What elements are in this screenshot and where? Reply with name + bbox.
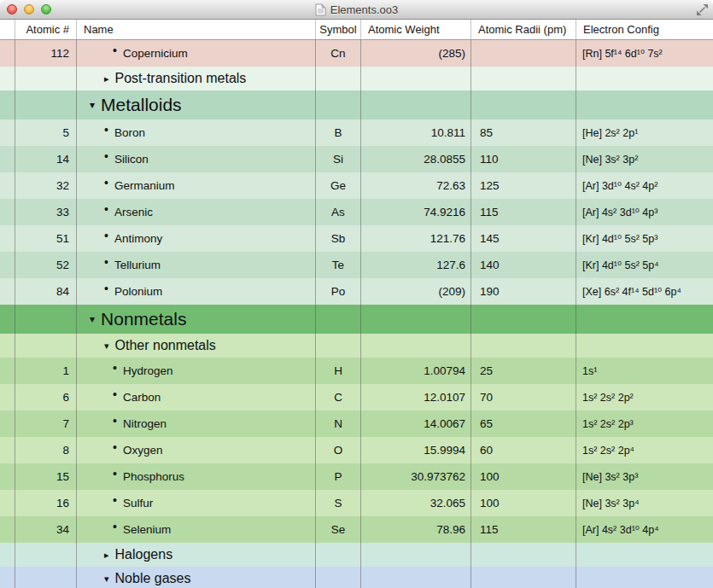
name-cell[interactable]: •Nitrogen [77, 410, 316, 437]
disclosure-triangle-icon[interactable]: ▾ [104, 573, 109, 585]
symbol-cell[interactable]: N [316, 410, 361, 437]
group-row-post-transition-metals[interactable]: ▸Post-transition metals [0, 67, 713, 90]
atomic-number-cell[interactable]: 6 [15, 384, 77, 410]
group-row-noble-gases[interactable]: ▾Noble gases [0, 567, 713, 588]
electron-config-cell[interactable]: [Ne] 3s² 3p² [576, 146, 713, 172]
close-button[interactable] [7, 4, 17, 15]
atomic-weight-cell[interactable]: (209) [361, 278, 471, 305]
atomic-weight-cell[interactable]: 121.76 [361, 225, 471, 252]
atomic-weight-cell[interactable]: 72.63 [361, 172, 471, 199]
element-row-carbon[interactable]: 6•CarbonC12.0107701s² 2s² 2p² [0, 384, 713, 410]
electron-config-cell[interactable]: [He] 2s² 2p¹ [576, 119, 713, 146]
atomic-weight-cell[interactable]: 32.065 [361, 490, 471, 516]
column-header-weight[interactable]: Atomic Weight [361, 20, 471, 39]
column-header-symbol[interactable]: Symbol [316, 20, 361, 39]
atomic-weight-cell[interactable] [361, 567, 471, 588]
atomic-weight-cell[interactable] [361, 334, 471, 358]
atomic-number-cell[interactable]: 7 [15, 410, 77, 437]
symbol-cell[interactable]: Se [316, 516, 361, 543]
item-bullet-icon[interactable]: • [113, 467, 117, 480]
symbol-cell[interactable] [316, 305, 361, 334]
atomic-number-cell[interactable]: 84 [15, 278, 77, 305]
atomic-number-cell[interactable] [15, 305, 77, 334]
zoom-button[interactable] [41, 4, 51, 15]
atomic-radii-cell[interactable]: 140 [471, 252, 576, 278]
atomic-radii-cell[interactable] [471, 40, 576, 67]
atomic-radii-cell[interactable] [471, 334, 576, 358]
electron-config-cell[interactable]: [Kr] 4d¹⁰ 5s² 5p³ [576, 225, 713, 252]
symbol-cell[interactable]: B [316, 119, 361, 146]
name-cell[interactable]: •Germanium [77, 172, 316, 199]
atomic-radii-cell[interactable]: 145 [471, 225, 576, 252]
column-header-config[interactable]: Electron Config [576, 20, 713, 39]
symbol-cell[interactable]: Po [316, 278, 361, 305]
atomic-radii-cell[interactable]: 115 [471, 199, 576, 225]
electron-config-cell[interactable]: [Ar] 4s² 3d¹⁰ 4p³ [576, 199, 713, 225]
item-bullet-icon[interactable]: • [113, 414, 117, 428]
item-bullet-icon[interactable]: • [104, 202, 108, 216]
name-cell[interactable]: ▾Noble gases [77, 567, 316, 588]
atomic-weight-cell[interactable]: 78.96 [361, 516, 471, 543]
minimize-button[interactable] [24, 4, 34, 15]
atomic-radii-cell[interactable]: 25 [471, 358, 576, 384]
atomic-weight-cell[interactable]: 127.6 [361, 252, 471, 278]
section-row-metalloids[interactable]: ▾Metalloids [0, 90, 713, 119]
symbol-cell[interactable]: H [316, 358, 361, 384]
electron-config-cell[interactable]: 1s² 2s² 2p² [576, 384, 713, 410]
atomic-number-cell[interactable] [15, 90, 77, 119]
name-cell[interactable]: •Carbon [77, 384, 316, 410]
item-bullet-icon[interactable]: • [113, 44, 117, 57]
atomic-weight-cell[interactable] [361, 543, 471, 567]
name-cell[interactable]: ▸Post-transition metals [77, 67, 316, 90]
atomic-number-cell[interactable]: 52 [15, 252, 77, 278]
atomic-number-cell[interactable]: 34 [15, 516, 77, 543]
name-cell[interactable]: •Antimony [77, 225, 316, 252]
name-cell[interactable]: •Arsenic [77, 199, 316, 225]
atomic-number-cell[interactable]: 8 [15, 437, 77, 463]
electron-config-cell[interactable] [576, 334, 713, 358]
column-header-atomic[interactable]: Atomic # [15, 20, 77, 39]
item-bullet-icon[interactable]: • [104, 229, 108, 242]
symbol-cell[interactable]: Si [316, 146, 361, 172]
element-row-arsenic[interactable]: 33•ArsenicAs74.9216115[Ar] 4s² 3d¹⁰ 4p³ [0, 199, 713, 225]
electron-config-cell[interactable]: 1s² 2s² 2p⁴ [576, 437, 713, 463]
atomic-weight-cell[interactable]: 30.973762 [361, 463, 471, 490]
element-row-boron[interactable]: 5•BoronB10.81185[He] 2s² 2p¹ [0, 119, 713, 146]
name-cell[interactable]: •Oxygen [77, 437, 316, 463]
atomic-weight-cell[interactable]: 74.9216 [361, 199, 471, 225]
name-cell[interactable]: ▾Metalloids [77, 90, 316, 119]
electron-config-cell[interactable]: [Ne] 3s² 3p⁴ [576, 490, 713, 516]
atomic-number-cell[interactable]: 1 [15, 358, 77, 384]
atomic-radii-cell[interactable] [471, 305, 576, 334]
column-header-name[interactable]: Name [77, 20, 316, 39]
symbol-cell[interactable] [316, 67, 361, 90]
atomic-weight-cell[interactable]: 10.811 [361, 119, 471, 146]
disclosure-triangle-icon[interactable]: ▾ [90, 313, 95, 325]
atomic-weight-cell[interactable] [361, 90, 471, 119]
title-bar[interactable]: Elements.oo3 [0, 0, 713, 20]
atomic-weight-cell[interactable]: 12.0107 [361, 384, 471, 410]
symbol-cell[interactable] [316, 543, 361, 567]
atomic-weight-cell[interactable]: 28.0855 [361, 146, 471, 172]
item-bullet-icon[interactable]: • [104, 123, 108, 137]
symbol-cell[interactable] [316, 90, 361, 119]
symbol-cell[interactable]: As [316, 199, 361, 225]
symbol-cell[interactable]: Ge [316, 172, 361, 199]
symbol-cell[interactable]: P [316, 463, 361, 490]
section-row-nonmetals[interactable]: ▾Nonmetals [0, 305, 713, 334]
atomic-number-cell[interactable] [15, 334, 77, 358]
item-bullet-icon[interactable]: • [104, 176, 108, 189]
name-cell[interactable]: •Hydrogen [77, 358, 316, 384]
element-row-copernicium[interactable]: 112•CoperniciumCn(285)[Rn] 5f¹⁴ 6d¹⁰ 7s² [0, 40, 713, 67]
element-row-polonium[interactable]: 84•PoloniumPo(209)190[Xe] 6s² 4f¹⁴ 5d¹⁰ … [0, 278, 713, 305]
atomic-radii-cell[interactable]: 190 [471, 278, 576, 305]
element-row-germanium[interactable]: 32•GermaniumGe72.63125[Ar] 3d¹⁰ 4s² 4p² [0, 172, 713, 199]
element-row-phosphorus[interactable]: 15•PhosphorusP30.973762100[Ne] 3s² 3p³ [0, 463, 713, 490]
name-cell[interactable]: •Selenium [77, 516, 316, 543]
atomic-radii-cell[interactable]: 100 [471, 490, 576, 516]
atomic-number-cell[interactable] [15, 567, 77, 588]
element-row-oxygen[interactable]: 8•OxygenO15.9994601s² 2s² 2p⁴ [0, 437, 713, 463]
item-bullet-icon[interactable]: • [113, 440, 117, 454]
electron-config-cell[interactable] [576, 90, 713, 119]
atomic-weight-cell[interactable]: 14.0067 [361, 410, 471, 437]
